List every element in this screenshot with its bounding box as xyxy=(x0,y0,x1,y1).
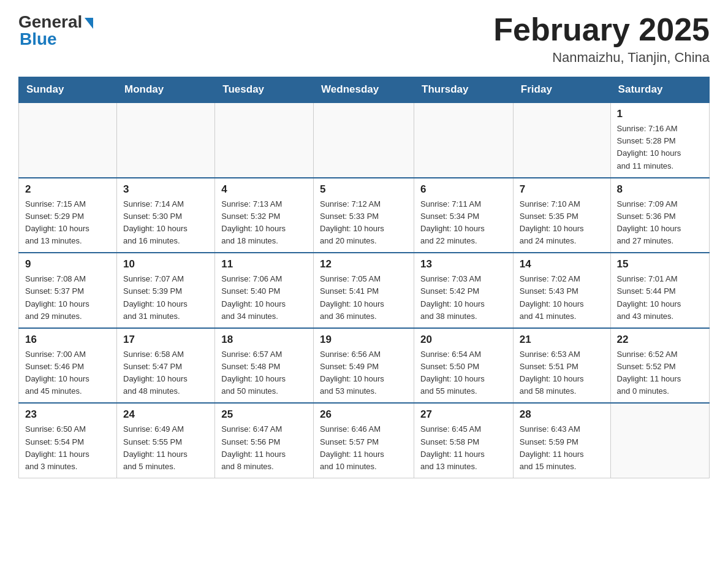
day-info: Sunrise: 6:58 AM Sunset: 5:47 PM Dayligh… xyxy=(123,348,208,398)
day-number: 6 xyxy=(420,183,507,196)
calendar-cell xyxy=(513,102,610,178)
calendar-cell: 8Sunrise: 7:09 AM Sunset: 5:36 PM Daylig… xyxy=(610,178,709,253)
calendar-cell xyxy=(314,102,414,178)
calendar-cell: 19Sunrise: 6:56 AM Sunset: 5:49 PM Dayli… xyxy=(314,328,414,404)
week-row-4: 16Sunrise: 7:00 AM Sunset: 5:46 PM Dayli… xyxy=(19,328,710,404)
calendar-cell: 3Sunrise: 7:14 AM Sunset: 5:30 PM Daylig… xyxy=(117,178,215,253)
calendar-cell: 15Sunrise: 7:01 AM Sunset: 5:44 PM Dayli… xyxy=(610,253,709,328)
calendar-cell: 26Sunrise: 6:46 AM Sunset: 5:57 PM Dayli… xyxy=(314,403,414,478)
day-number: 23 xyxy=(25,408,110,421)
day-number: 12 xyxy=(320,258,408,270)
day-info: Sunrise: 7:02 AM Sunset: 5:43 PM Dayligh… xyxy=(520,273,604,323)
calendar-cell: 24Sunrise: 6:49 AM Sunset: 5:55 PM Dayli… xyxy=(117,403,215,478)
day-info: Sunrise: 6:46 AM Sunset: 5:57 PM Dayligh… xyxy=(320,423,408,473)
day-info: Sunrise: 7:00 AM Sunset: 5:46 PM Dayligh… xyxy=(25,348,110,398)
title-area: February 2025 Nanmaizhu, Tianjin, China xyxy=(493,12,710,66)
day-number: 5 xyxy=(320,183,408,196)
calendar-cell xyxy=(414,102,514,178)
day-info: Sunrise: 7:09 AM Sunset: 5:36 PM Dayligh… xyxy=(617,198,703,248)
day-number: 1 xyxy=(617,108,703,120)
header-day-thursday: Thursday xyxy=(414,77,514,103)
calendar-title: February 2025 xyxy=(493,12,710,47)
day-info: Sunrise: 6:50 AM Sunset: 5:54 PM Dayligh… xyxy=(25,423,110,473)
day-number: 17 xyxy=(123,334,208,346)
day-number: 2 xyxy=(25,183,110,196)
calendar-cell: 25Sunrise: 6:47 AM Sunset: 5:56 PM Dayli… xyxy=(215,403,314,478)
day-info: Sunrise: 7:14 AM Sunset: 5:30 PM Dayligh… xyxy=(123,198,208,248)
week-row-5: 23Sunrise: 6:50 AM Sunset: 5:54 PM Dayli… xyxy=(19,403,710,478)
day-info: Sunrise: 7:07 AM Sunset: 5:39 PM Dayligh… xyxy=(123,273,208,323)
day-number: 14 xyxy=(520,258,604,270)
calendar-cell: 11Sunrise: 7:06 AM Sunset: 5:40 PM Dayli… xyxy=(215,253,314,328)
calendar-cell: 2Sunrise: 7:15 AM Sunset: 5:29 PM Daylig… xyxy=(19,178,117,253)
day-number: 22 xyxy=(617,334,703,346)
calendar-cell: 6Sunrise: 7:11 AM Sunset: 5:34 PM Daylig… xyxy=(414,178,514,253)
week-row-2: 2Sunrise: 7:15 AM Sunset: 5:29 PM Daylig… xyxy=(19,178,710,253)
day-number: 19 xyxy=(320,334,408,346)
logo: General Blue xyxy=(18,12,93,49)
day-number: 9 xyxy=(25,258,110,270)
day-number: 4 xyxy=(221,183,307,196)
day-number: 21 xyxy=(520,334,604,346)
calendar-cell: 17Sunrise: 6:58 AM Sunset: 5:47 PM Dayli… xyxy=(117,328,215,404)
calendar-cell: 4Sunrise: 7:13 AM Sunset: 5:32 PM Daylig… xyxy=(215,178,314,253)
day-info: Sunrise: 7:12 AM Sunset: 5:33 PM Dayligh… xyxy=(320,198,408,248)
calendar-cell: 16Sunrise: 7:00 AM Sunset: 5:46 PM Dayli… xyxy=(19,328,117,404)
day-number: 24 xyxy=(123,408,208,421)
header-row: SundayMondayTuesdayWednesdayThursdayFrid… xyxy=(19,77,710,103)
day-number: 10 xyxy=(123,258,208,270)
day-info: Sunrise: 7:05 AM Sunset: 5:41 PM Dayligh… xyxy=(320,273,408,323)
header-day-monday: Monday xyxy=(117,77,215,103)
header-day-tuesday: Tuesday xyxy=(215,77,314,103)
header-day-sunday: Sunday xyxy=(19,77,117,103)
week-row-3: 9Sunrise: 7:08 AM Sunset: 5:37 PM Daylig… xyxy=(19,253,710,328)
day-info: Sunrise: 7:11 AM Sunset: 5:34 PM Dayligh… xyxy=(420,198,507,248)
day-info: Sunrise: 6:54 AM Sunset: 5:50 PM Dayligh… xyxy=(420,348,507,398)
day-number: 13 xyxy=(420,258,507,270)
day-info: Sunrise: 6:45 AM Sunset: 5:58 PM Dayligh… xyxy=(420,423,507,473)
calendar-cell xyxy=(19,102,117,178)
calendar-cell: 5Sunrise: 7:12 AM Sunset: 5:33 PM Daylig… xyxy=(314,178,414,253)
week-row-1: 1Sunrise: 7:16 AM Sunset: 5:28 PM Daylig… xyxy=(19,102,710,178)
day-info: Sunrise: 6:56 AM Sunset: 5:49 PM Dayligh… xyxy=(320,348,408,398)
day-number: 15 xyxy=(617,258,703,270)
day-info: Sunrise: 6:47 AM Sunset: 5:56 PM Dayligh… xyxy=(221,423,307,473)
day-info: Sunrise: 6:52 AM Sunset: 5:52 PM Dayligh… xyxy=(617,348,703,398)
calendar-table: SundayMondayTuesdayWednesdayThursdayFrid… xyxy=(18,77,710,478)
day-number: 25 xyxy=(221,408,307,421)
day-info: Sunrise: 6:43 AM Sunset: 5:59 PM Dayligh… xyxy=(520,423,604,473)
page-header: General Blue February 2025 Nanmaizhu, Ti… xyxy=(18,12,710,66)
calendar-cell: 21Sunrise: 6:53 AM Sunset: 5:51 PM Dayli… xyxy=(513,328,610,404)
day-number: 7 xyxy=(520,183,604,196)
day-info: Sunrise: 7:03 AM Sunset: 5:42 PM Dayligh… xyxy=(420,273,507,323)
day-number: 3 xyxy=(123,183,208,196)
day-number: 28 xyxy=(520,408,604,421)
calendar-cell: 22Sunrise: 6:52 AM Sunset: 5:52 PM Dayli… xyxy=(610,328,709,404)
calendar-cell: 14Sunrise: 7:02 AM Sunset: 5:43 PM Dayli… xyxy=(513,253,610,328)
day-info: Sunrise: 7:08 AM Sunset: 5:37 PM Dayligh… xyxy=(25,273,110,323)
calendar-cell xyxy=(215,102,314,178)
day-info: Sunrise: 6:53 AM Sunset: 5:51 PM Dayligh… xyxy=(520,348,604,398)
calendar-cell: 27Sunrise: 6:45 AM Sunset: 5:58 PM Dayli… xyxy=(414,403,514,478)
day-info: Sunrise: 7:06 AM Sunset: 5:40 PM Dayligh… xyxy=(221,273,307,323)
calendar-cell: 1Sunrise: 7:16 AM Sunset: 5:28 PM Daylig… xyxy=(610,102,709,178)
calendar-cell: 13Sunrise: 7:03 AM Sunset: 5:42 PM Dayli… xyxy=(414,253,514,328)
day-info: Sunrise: 7:13 AM Sunset: 5:32 PM Dayligh… xyxy=(221,198,307,248)
day-info: Sunrise: 7:01 AM Sunset: 5:44 PM Dayligh… xyxy=(617,273,703,323)
day-info: Sunrise: 7:16 AM Sunset: 5:28 PM Dayligh… xyxy=(617,123,703,172)
calendar-cell: 9Sunrise: 7:08 AM Sunset: 5:37 PM Daylig… xyxy=(19,253,117,328)
calendar-cell xyxy=(117,102,215,178)
calendar-cell: 18Sunrise: 6:57 AM Sunset: 5:48 PM Dayli… xyxy=(215,328,314,404)
calendar-cell: 10Sunrise: 7:07 AM Sunset: 5:39 PM Dayli… xyxy=(117,253,215,328)
calendar-cell: 7Sunrise: 7:10 AM Sunset: 5:35 PM Daylig… xyxy=(513,178,610,253)
day-number: 27 xyxy=(420,408,507,421)
day-number: 8 xyxy=(617,183,703,196)
day-number: 26 xyxy=(320,408,408,421)
calendar-cell xyxy=(610,403,709,478)
day-number: 18 xyxy=(221,334,307,346)
calendar-cell: 12Sunrise: 7:05 AM Sunset: 5:41 PM Dayli… xyxy=(314,253,414,328)
calendar-subtitle: Nanmaizhu, Tianjin, China xyxy=(493,50,710,66)
calendar-cell: 23Sunrise: 6:50 AM Sunset: 5:54 PM Dayli… xyxy=(19,403,117,478)
day-info: Sunrise: 6:49 AM Sunset: 5:55 PM Dayligh… xyxy=(123,423,208,473)
day-info: Sunrise: 7:10 AM Sunset: 5:35 PM Dayligh… xyxy=(520,198,604,248)
